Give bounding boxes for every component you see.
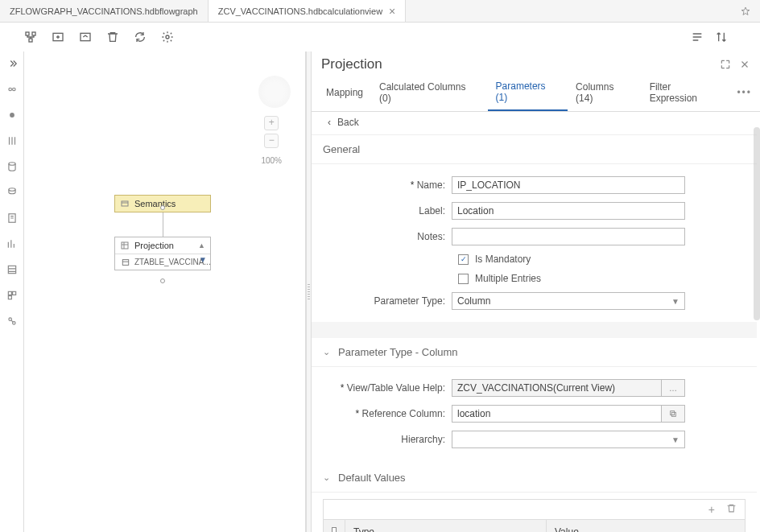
notes-input[interactable] (452, 228, 685, 245)
svg-rect-4 (81, 33, 90, 40)
compass-control[interactable] (258, 76, 291, 108)
multiple-checkbox[interactable] (458, 274, 469, 284)
section-paramtype[interactable]: ⌄ Parameter Type - Column (312, 338, 757, 367)
svg-point-5 (166, 35, 169, 39)
tab-columns[interactable]: Columns (14) (568, 75, 642, 110)
viewhelp-input[interactable] (452, 379, 662, 397)
label-input[interactable] (452, 202, 685, 220)
svg-rect-20 (122, 259, 129, 265)
mandatory-checkbox[interactable]: ✓ (458, 254, 469, 265)
tab-filter-expression[interactable]: Filter Expression (642, 75, 729, 110)
refcol-input[interactable] (452, 405, 662, 423)
delete-row-icon[interactable] (726, 503, 737, 516)
rail-item-7[interactable] (6, 238, 18, 250)
more-tabs-icon[interactable]: ••• (729, 84, 760, 101)
defaultvalues-section-label: Default Values (338, 472, 406, 484)
refcol-browse-button[interactable] (661, 405, 685, 423)
svg-rect-19 (122, 242, 128, 249)
scrollbar[interactable] (754, 127, 760, 320)
tab-label-2: ZCV_VACCINATIONS.hdbcalculationview (218, 6, 382, 16)
connector-port-bottom[interactable] (160, 278, 165, 283)
viewhelp-label: View/Table Value Help: (347, 382, 445, 394)
svg-point-10 (8, 188, 14, 192)
tab-calculated-columns[interactable]: Calculated Columns (0) (371, 75, 488, 110)
rail-item-5[interactable] (6, 187, 18, 198)
browse-button[interactable]: … (661, 379, 685, 397)
panel-title: Projection (321, 56, 712, 72)
projection-source-row[interactable]: ZTABLE_VACCINA... (115, 254, 210, 270)
refcol-label: Reference Column: (362, 408, 445, 419)
multiple-label: Multiple Entries (475, 273, 541, 284)
connector-port-top[interactable] (160, 205, 165, 210)
svg-point-7 (12, 88, 14, 91)
table-icon (122, 258, 130, 266)
name-input[interactable] (452, 176, 685, 194)
label-label: Label: (323, 205, 452, 217)
svg-rect-0 (26, 32, 29, 35)
hierarchy-label: Hierarchy: (323, 434, 452, 445)
chevron-down-icon: ▼ (671, 435, 679, 444)
tab-label-1: ZFLOWGRAPH_VACCINATIONS.hdbflowgraph (10, 6, 198, 16)
expand-icon[interactable] (52, 31, 64, 43)
paramtype-section-label: Parameter Type - Column (338, 346, 458, 358)
value-header: Value (546, 520, 745, 532)
zoom-in-button[interactable]: + (264, 116, 279, 130)
refresh-icon[interactable] (134, 31, 147, 43)
svg-rect-2 (29, 39, 32, 42)
paramtype-select[interactable]: Column ▼ (452, 292, 685, 310)
delete-icon[interactable] (106, 31, 119, 43)
file-tab-1[interactable]: ZFLOWGRAPH_VACCINATIONS.hdbflowgraph (0, 0, 209, 22)
collapse-icon[interactable]: ▲ (198, 241, 205, 250)
chevron-down-icon: ⌄ (323, 472, 330, 483)
svg-rect-1 (32, 32, 35, 35)
svg-rect-14 (12, 291, 15, 295)
chevron-down-icon: ▼ (671, 297, 679, 306)
rail-item-1[interactable] (6, 84, 18, 95)
fullscreen-icon[interactable] (720, 59, 731, 70)
add-row-icon[interactable]: + (708, 503, 715, 516)
pin-icon[interactable] (741, 6, 760, 16)
rail-item-6[interactable] (6, 212, 18, 224)
back-label: Back (337, 117, 359, 128)
projection-icon (120, 241, 130, 250)
tab-parameters[interactable]: Parameters (1) (488, 74, 568, 111)
hierarchy-icon[interactable] (24, 31, 37, 43)
rail-item-9[interactable] (6, 290, 18, 301)
splitter-handle[interactable] (306, 52, 312, 532)
expand-rail-icon[interactable] (6, 58, 18, 69)
sort-icon[interactable] (715, 31, 728, 43)
graph-canvas[interactable]: + − 100% Semantics Projection ▲ ▼ ZTABLE… (24, 52, 306, 532)
type-header: Type (345, 520, 546, 532)
export-icon[interactable] (79, 31, 92, 43)
paramtype-label: Parameter Type: (323, 295, 452, 307)
rail-item-3[interactable] (6, 135, 18, 146)
select-all-checkbox[interactable] (332, 527, 337, 533)
tab-mapping[interactable]: Mapping (318, 80, 371, 105)
rail-item-10[interactable] (6, 315, 18, 327)
rail-item-2[interactable] (6, 109, 18, 121)
filter-icon: ▼ (199, 255, 207, 264)
name-label: Name: (417, 179, 445, 191)
close-panel-icon[interactable] (739, 59, 750, 70)
close-icon[interactable]: × (389, 5, 395, 18)
edge (163, 210, 163, 237)
gear-icon[interactable] (161, 31, 174, 43)
list-icon[interactable] (691, 31, 704, 43)
hierarchy-select[interactable]: ▼ (452, 431, 685, 448)
projection-label: Projection (134, 241, 174, 250)
paramtype-value: Column (457, 295, 490, 307)
zoom-out-button[interactable]: − (264, 134, 279, 148)
rail-item-8[interactable] (6, 264, 18, 275)
default-values-table: Type Value Constant ▼ * (323, 520, 746, 532)
svg-rect-13 (8, 291, 11, 295)
section-defaultvalues[interactable]: ⌄ Default Values (312, 464, 757, 493)
svg-point-9 (8, 163, 14, 166)
back-button[interactable]: ‹ Back (312, 112, 757, 135)
mandatory-label: Is Mandatory (475, 254, 531, 265)
rail-item-4[interactable] (6, 161, 18, 172)
svg-rect-21 (671, 411, 675, 415)
section-general: General (312, 135, 757, 164)
file-tab-2[interactable]: ZCV_VACCINATIONS.hdbcalculationview × (209, 0, 407, 22)
projection-node[interactable]: Projection ▲ ▼ ZTABLE_VACCINA... (114, 237, 211, 270)
semantics-label: Semantics (134, 199, 176, 208)
